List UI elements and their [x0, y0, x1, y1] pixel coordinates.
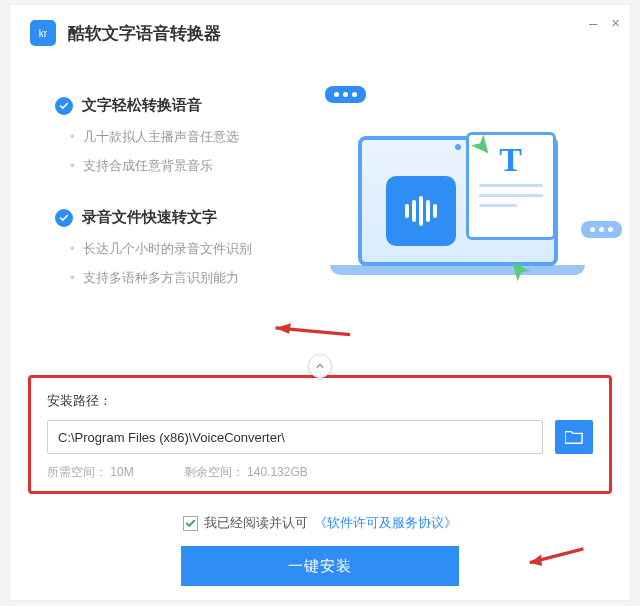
- feature-title-text: 文字轻松转换语音: [82, 96, 202, 115]
- agreement-checkbox[interactable]: [183, 516, 198, 531]
- swap-arrow-icon: ➤: [499, 252, 537, 289]
- chat-bubble-icon: [325, 86, 366, 103]
- agreement-row: 我已经阅读并认可 《软件许可及服务协议》: [183, 514, 457, 532]
- app-title: 酷软文字语音转换器: [68, 22, 221, 45]
- agreement-link[interactable]: 《软件许可及服务协议》: [314, 514, 457, 532]
- feature-block: 文字轻松转换语音 几十款拟人主播声音任意选 支持合成任意背景音乐: [55, 96, 315, 180]
- feature-title: 文字轻松转换语音: [55, 96, 315, 115]
- list-item: 几十款拟人主播声音任意选: [83, 123, 315, 152]
- install-path-panel: 安装路径： 所需空间： 10M 剩余空间： 140.132GB: [28, 375, 612, 494]
- folder-icon: [565, 429, 583, 445]
- body-area: 文字轻松转换语音 几十款拟人主播声音任意选 支持合成任意背景音乐 录音文件快速转…: [10, 56, 630, 330]
- list-item: 支持多语种多方言识别能力: [83, 264, 315, 293]
- install-path-label: 安装路径：: [47, 392, 593, 410]
- feature-title: 录音文件快速转文字: [55, 208, 315, 227]
- feature-block: 录音文件快速转文字 长达几个小时的录音文件识别 支持多语种多方言识别能力: [55, 208, 315, 292]
- agreement-text: 我已经阅读并认可: [204, 514, 308, 532]
- titlebar: kr 酷软文字语音转换器 – ×: [10, 5, 630, 56]
- audio-wave-icon: [386, 176, 456, 246]
- chat-bubble-icon: [581, 221, 622, 238]
- check-icon: [55, 97, 73, 115]
- disk-space-info: 所需空间： 10M 剩余空间： 140.132GB: [47, 464, 593, 481]
- install-path-input[interactable]: [47, 420, 543, 454]
- install-button[interactable]: 一键安装: [181, 546, 459, 586]
- feature-list-column: 文字轻松转换语音 几十款拟人主播声音任意选 支持合成任意背景音乐 录音文件快速转…: [55, 96, 315, 320]
- minimize-button[interactable]: –: [589, 15, 597, 30]
- check-icon: [55, 209, 73, 227]
- close-button[interactable]: ×: [611, 15, 620, 30]
- window-controls: – ×: [589, 15, 620, 30]
- feature-title-text: 录音文件快速转文字: [82, 208, 217, 227]
- installer-window: kr 酷软文字语音转换器 – × 文字轻松转换语音 几十款拟人主播声音任意选 支…: [10, 5, 630, 600]
- browse-folder-button[interactable]: [555, 420, 593, 454]
- list-item: 长达几个小时的录音文件识别: [83, 235, 315, 264]
- app-icon: kr: [30, 20, 56, 46]
- annotation-arrow-icon: [520, 542, 585, 576]
- laptop-graphic: T ➤ ➤: [330, 136, 585, 296]
- list-item: 支持合成任意背景音乐: [83, 152, 315, 181]
- hero-illustration: T ➤ ➤: [325, 96, 610, 296]
- collapse-toggle-button[interactable]: [308, 354, 332, 378]
